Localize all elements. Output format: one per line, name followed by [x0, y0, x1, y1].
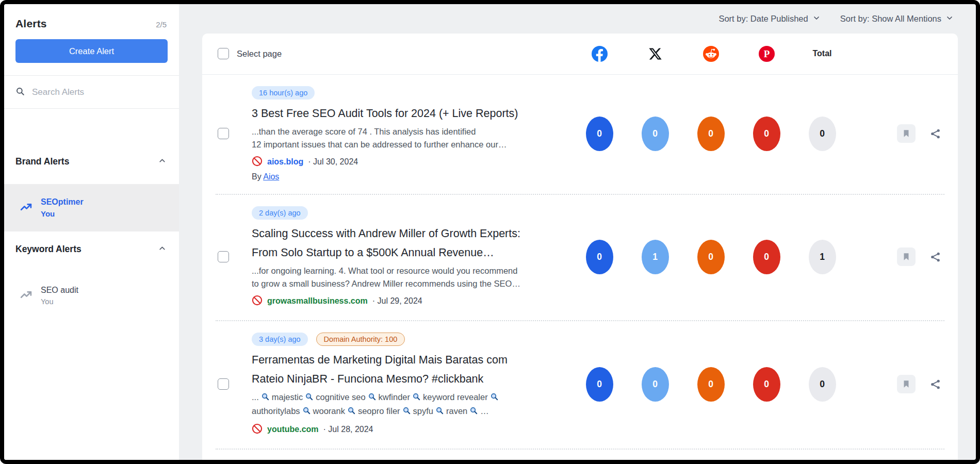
search-icon: [15, 87, 25, 98]
total-count: 0: [809, 367, 836, 402]
magnifier-icon: [305, 392, 314, 405]
total-count: 0: [809, 117, 836, 151]
create-alert-button[interactable]: Create Alert: [15, 39, 168, 63]
sidebar-header: Alerts 2/5: [4, 4, 179, 30]
mention-date: · Jul 28, 2024: [323, 425, 373, 434]
blocked-icon[interactable]: [252, 295, 263, 308]
pinterest-icon: P: [759, 46, 775, 62]
mention-title[interactable]: 3 Best Free SEO Audit Tools for 2024 (+ …: [252, 104, 571, 123]
total-column-label: Total: [812, 49, 831, 58]
share-button[interactable]: [926, 124, 944, 143]
chevron-down-icon: [945, 14, 954, 24]
magnifier-icon: [368, 392, 377, 405]
mention-domain[interactable]: aios.blog: [267, 157, 303, 167]
facebook-icon: [592, 46, 608, 62]
magnifier-icon: [490, 392, 499, 405]
pinterest-count: 0: [753, 240, 780, 274]
facebook-count: 0: [586, 367, 613, 402]
sidebar-item-seo-audit[interactable]: SEO audit You: [4, 272, 179, 319]
reddit-count: 0: [697, 367, 725, 402]
sort-by-mentions-label: Sort by: Show All Mentions: [840, 14, 941, 24]
magnifier-icon: [469, 406, 478, 419]
row-checkbox[interactable]: [218, 378, 229, 390]
sidebar-item-seoptimer[interactable]: SEOptimer You: [4, 184, 179, 231]
magnifier-icon: [435, 406, 444, 419]
share-button[interactable]: [926, 375, 944, 393]
mention-row: 3 day(s) ago Domain Authority: 100 Ferra…: [202, 321, 958, 449]
row-checkbox[interactable]: [218, 251, 229, 262]
keyword-alerts-label: Keyword Alerts: [15, 244, 81, 255]
chevron-up-icon: [158, 156, 167, 167]
magnifier-icon: [412, 392, 421, 405]
blocked-icon[interactable]: [252, 423, 263, 436]
row-checkbox[interactable]: [218, 128, 229, 139]
age-badge: 2 day(s) ago: [252, 206, 308, 220]
search-alerts-input[interactable]: [31, 87, 168, 98]
trending-up-icon: [20, 201, 32, 216]
alert-owner: You: [41, 209, 84, 218]
bookmark-button[interactable]: [897, 375, 916, 393]
x-count: 0: [642, 367, 669, 402]
alerts-app: Alerts 2/5 Create Alert Brand Alerts SEO…: [4, 4, 976, 460]
magnifier-icon: [261, 392, 270, 405]
select-page-label: Select page: [237, 49, 282, 59]
reddit-icon: [703, 46, 719, 62]
alert-name: SEOptimer: [41, 197, 84, 207]
magnifier-icon: [347, 406, 356, 419]
pinterest-count: 0: [753, 367, 780, 402]
brand-alerts-label: Brand Alerts: [15, 156, 69, 167]
byline-author-link[interactable]: Aios: [263, 172, 279, 181]
mention-snippet: ...than the average score of 74 . This a…: [252, 125, 571, 151]
x-count: 1: [642, 240, 669, 274]
mention-domain[interactable]: youtube.com: [267, 425, 319, 434]
select-page-checkbox[interactable]: [218, 48, 229, 59]
sort-by-mentions-dropdown[interactable]: Sort by: Show All Mentions: [840, 14, 954, 24]
total-count: 1: [809, 240, 836, 274]
window-frame: Alerts 2/5 Create Alert Brand Alerts SEO…: [0, 0, 980, 464]
magnifier-icon: [402, 406, 411, 419]
reddit-count: 0: [697, 240, 725, 274]
magnifier-icon: [302, 406, 311, 419]
alert-name: SEO audit: [41, 286, 78, 295]
svg-text:P: P: [763, 48, 770, 59]
mentions-card: Select page P Total: [202, 34, 958, 460]
keyword-alerts-section-header[interactable]: Keyword Alerts: [4, 239, 179, 259]
mention-title[interactable]: Ferramentas de Marketing Digital Mais Ba…: [252, 351, 571, 389]
facebook-count: 0: [586, 117, 613, 151]
alert-owner: You: [41, 297, 78, 306]
sort-by-date-dropdown[interactable]: Sort by: Date Published: [718, 14, 820, 24]
blocked-icon[interactable]: [252, 156, 263, 169]
mention-title[interactable]: Scaling Success with Andrew Miller of Gr…: [252, 224, 571, 262]
pinterest-count: 0: [753, 117, 780, 151]
reddit-count: 0: [697, 117, 725, 151]
sort-toolbar: Sort by: Date Published Sort by: Show Al…: [179, 4, 976, 34]
search-alerts-box: [4, 76, 179, 108]
facebook-count: 0: [586, 240, 613, 274]
age-badge: 3 day(s) ago: [252, 333, 308, 346]
main-area: Sort by: Date Published Sort by: Show Al…: [179, 4, 976, 460]
mention-date: · Jul 30, 2024: [308, 157, 358, 167]
x-icon: [648, 47, 662, 61]
share-button[interactable]: [926, 247, 944, 266]
age-badge: 16 hour(s) ago: [252, 86, 315, 100]
bookmark-button[interactable]: [897, 247, 916, 266]
list-header-row: Select page P Total: [202, 34, 958, 74]
sidebar: Alerts 2/5 Create Alert Brand Alerts SEO…: [4, 4, 179, 460]
x-count: 0: [642, 117, 669, 151]
sort-by-date-label: Sort by: Date Published: [718, 14, 808, 24]
page-title: Alerts: [15, 18, 47, 30]
mention-byline: By Aios: [252, 172, 571, 181]
mention-domain[interactable]: growasmallbusiness.com: [267, 296, 368, 306]
chevron-up-icon: [158, 244, 167, 255]
mention-date: · Jul 29, 2024: [372, 296, 422, 306]
bookmark-button[interactable]: [897, 124, 916, 143]
mention-row: 2 day(s) ago Scaling Success with Andrew…: [202, 195, 958, 320]
domain-authority-badge: Domain Authority: 100: [316, 333, 405, 346]
mention-row: 16 hour(s) ago 3 Best Free SEO Audit Too…: [202, 75, 958, 194]
brand-alerts-section-header[interactable]: Brand Alerts: [4, 151, 179, 172]
mention-snippet: ...majesticcognitive seokwfinderkeyword …: [252, 391, 571, 419]
mention-snippet: ...for ongoing learning. 4. What tool or…: [252, 264, 571, 290]
chevron-down-icon: [812, 14, 821, 24]
trending-up-icon: [20, 288, 32, 303]
alerts-quota-count: 2/5: [156, 20, 167, 29]
